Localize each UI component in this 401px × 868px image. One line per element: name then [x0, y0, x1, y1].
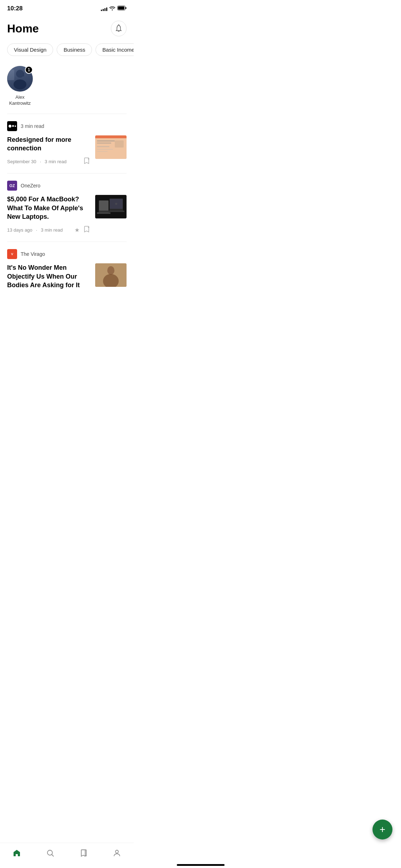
bookmark-add-icon[interactable]: [83, 157, 90, 166]
source-name: OneZero: [21, 183, 40, 188]
virago-icon: V: [7, 249, 17, 259]
svg-point-3: [118, 24, 119, 25]
svg-point-4: [16, 70, 24, 78]
article-source-row-3: V The Virago: [7, 249, 127, 259]
story-item-alex[interactable]: 1 AlexKantrowitz: [7, 66, 33, 107]
thumbnail-image-2: [95, 195, 127, 218]
article-meta-row: September 30 · 3 min read: [7, 157, 90, 166]
article-thumbnail-virago: [95, 263, 127, 287]
article-thumbnail-macbook: [95, 195, 127, 218]
svg-rect-22: [99, 201, 108, 211]
header: Home: [0, 15, 134, 41]
meta-dot: ·: [40, 159, 41, 164]
meta-dot-2: ·: [36, 227, 37, 233]
article-read-time-header: 3 min read: [21, 123, 44, 129]
article-text-2: $5,000 For A MacBook? What To Make Of Ap…: [7, 195, 90, 234]
wifi-icon: [109, 5, 115, 12]
svg-rect-17: [97, 151, 108, 152]
svg-rect-13: [97, 143, 111, 144]
tags-row: Visual Design Business Basic Income Tech: [0, 41, 134, 62]
thumbnail-image-3: [95, 263, 127, 287]
tag-business[interactable]: Business: [57, 43, 92, 56]
svg-rect-11: [95, 135, 127, 138]
thumbnail-image: [95, 135, 127, 159]
svg-rect-6: [23, 72, 24, 77]
svg-rect-7: [7, 69, 14, 80]
battery-icon: [117, 5, 127, 12]
article-content-row-2: $5,000 For A MacBook? What To Make Of Ap…: [7, 195, 127, 234]
svg-rect-26: [108, 211, 124, 212]
article-actions-2: ★: [74, 225, 90, 234]
signal-icon: [101, 6, 107, 11]
status-bar: 10:28: [0, 0, 134, 15]
star-icon[interactable]: ★: [74, 227, 79, 233]
svg-point-29: [107, 266, 114, 275]
notification-button[interactable]: [111, 21, 127, 36]
article-date-2: 13 days ago: [7, 227, 32, 233]
story-badge: 1: [25, 66, 33, 74]
article-date: September 30: [7, 159, 36, 164]
bookmark-add-icon-2[interactable]: [83, 225, 90, 234]
article-content-row-3: It's No Wonder Men Objectify Us When Our…: [7, 263, 127, 294]
article-text: Redesigned for more connection September…: [7, 135, 90, 166]
status-time: 10:28: [7, 5, 22, 12]
onezero-icon: OZ: [7, 181, 17, 191]
article-content-row: Redesigned for more connection September…: [7, 135, 127, 166]
svg-point-5: [14, 79, 26, 89]
svg-point-27: [115, 203, 117, 205]
article-card-macbook[interactable]: OZ OneZero $5,000 For A MacBook? What To…: [0, 174, 134, 242]
article-title: Redesigned for more connection: [7, 135, 90, 153]
svg-rect-14: [97, 146, 109, 147]
article-thumbnail-redesigned: [95, 135, 127, 159]
article-text-3: It's No Wonder Men Objectify Us When Our…: [7, 263, 90, 294]
svg-rect-2: [125, 7, 127, 9]
article-source-row-2: OZ OneZero: [7, 181, 127, 191]
status-icons: [101, 5, 127, 12]
article-source-row: 3 min read: [7, 121, 127, 131]
article-meta-row-2: 13 days ago · 3 min read ★: [7, 225, 90, 234]
page-title: Home: [7, 22, 39, 35]
article-read-time: 3 min read: [45, 159, 66, 164]
bell-icon: [115, 24, 122, 33]
svg-rect-1: [118, 6, 124, 10]
source-name-3: The Virago: [21, 251, 45, 257]
article-read-time-2: 3 min read: [41, 227, 62, 233]
tag-visual-design[interactable]: Visual Design: [7, 43, 53, 56]
article-card-virago[interactable]: V The Virago It's No Wonder Men Objectif…: [0, 242, 134, 301]
medium-icon: [7, 121, 17, 131]
tag-basic-income[interactable]: Basic Income: [96, 43, 134, 56]
article-card-redesigned[interactable]: 3 min read Redesigned for more connectio…: [0, 114, 134, 174]
stories-row: 1 AlexKantrowitz: [0, 62, 134, 114]
svg-rect-15: [115, 140, 124, 148]
story-author-name: AlexKantrowitz: [9, 94, 31, 107]
svg-rect-23: [97, 212, 110, 214]
article-actions: [83, 157, 90, 166]
article-title-2: $5,000 For A MacBook? What To Make Of Ap…: [7, 195, 90, 221]
story-avatar-wrapper: 1: [7, 66, 33, 92]
svg-rect-16: [97, 149, 113, 150]
article-title-3: It's No Wonder Men Objectify Us When Our…: [7, 263, 90, 289]
svg-rect-12: [97, 140, 115, 141]
